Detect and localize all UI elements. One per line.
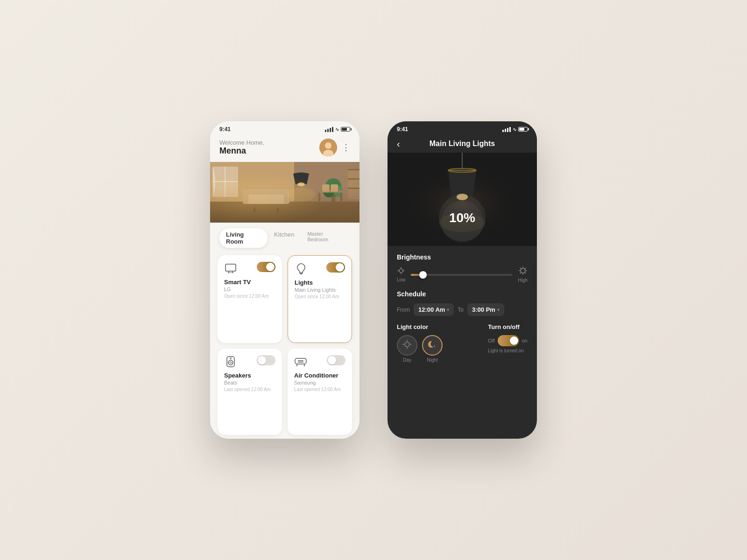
svg-point-42: [230, 357, 232, 359]
back-button[interactable]: ‹: [397, 139, 400, 149]
lights-toggle[interactable]: [326, 262, 345, 273]
to-label: To: [458, 307, 464, 313]
night-label: Night: [427, 357, 437, 363]
more-icon[interactable]: ⋮: [342, 142, 350, 153]
low-brightness-icon: [397, 267, 405, 276]
svg-rect-33: [226, 264, 236, 271]
power-toggle[interactable]: [498, 335, 519, 346]
svg-point-1: [325, 142, 331, 149]
lights-status: Open since 12:00 Am: [295, 294, 345, 299]
high-brightness-icon: [519, 266, 527, 277]
phone-detail: 9:41 ∿ ‹ Main Living Lights: [388, 121, 537, 439]
ac-brand: Samsung: [294, 380, 345, 385]
signal-icon: [325, 127, 333, 132]
status-icons-detail: ∿: [502, 127, 528, 132]
schedule-section: Schedule From 12:00 Am ▾ To 3:00 Pm ▾: [397, 290, 528, 316]
status-bar-detail: 9:41 ∿: [388, 121, 537, 135]
svg-point-67: [399, 269, 403, 273]
home-scroll: Smart TV LG Open since 12:00 Am: [210, 252, 359, 439]
svg-point-41: [230, 362, 232, 364]
lights-name: Lights: [295, 279, 345, 286]
welcome-text: Welcome Home,: [219, 139, 264, 146]
low-label: Low: [397, 277, 405, 282]
brightness-value: 10%: [449, 210, 475, 225]
time-detail: 9:41: [397, 126, 408, 133]
svg-point-81: [405, 342, 409, 347]
from-time-picker[interactable]: 12:00 Am ▾: [414, 303, 454, 316]
speakers-brand: Beats: [224, 380, 275, 385]
color-day[interactable]: Day: [397, 335, 417, 363]
tab-master-bedroom[interactable]: Master Bedroom: [301, 228, 350, 248]
svg-line-78: [525, 273, 526, 273]
night-icon: [428, 340, 437, 351]
signal-detail-icon: [502, 127, 511, 132]
phone-home: 9:41 ∿ Welcome Home, Menna: [210, 121, 359, 439]
turn-on-label: Turn on/off: [488, 323, 528, 330]
smarttv-status: Open since 12:00 Am: [224, 294, 275, 299]
day-label: Day: [403, 357, 411, 363]
device-card-lights[interactable]: Lights Main Living Lights Open since 12:…: [288, 255, 352, 343]
color-night[interactable]: Night: [422, 335, 443, 363]
speakers-status: Last opened 12:00 Am: [224, 387, 275, 392]
smarttv-name: Smart TV: [224, 279, 275, 286]
brightness-slider-row: Low: [397, 266, 528, 283]
day-icon: [402, 339, 412, 352]
off-label: Off: [488, 338, 494, 343]
room-image: [210, 162, 359, 223]
schedule-title: Schedule: [397, 290, 528, 298]
day-btn[interactable]: [397, 335, 417, 356]
battery-icon: [341, 127, 350, 132]
avatar: [319, 139, 337, 156]
to-time-value: 3:00 Pm: [472, 306, 495, 313]
light-color-label: Light color: [397, 323, 443, 330]
smarttv-brand: LG: [224, 287, 275, 292]
device-card-speakers[interactable]: Speakers Beats Last opened 12:00 Am: [218, 349, 282, 435]
from-time-value: 12:00 Am: [418, 306, 445, 313]
svg-line-77: [520, 268, 521, 269]
smarttv-toggle[interactable]: [257, 262, 275, 272]
svg-rect-43: [295, 358, 306, 364]
wifi-detail-icon: ∿: [513, 127, 516, 132]
lights-brand: Main Living Lights: [295, 287, 345, 293]
on-label: on: [522, 338, 528, 343]
detail-title: Main Living Lights: [430, 140, 495, 148]
room-overlay: [210, 162, 359, 223]
schedule-row: From 12:00 Am ▾ To 3:00 Pm ▾: [397, 303, 528, 316]
to-time-picker[interactable]: 3:00 Pm ▾: [467, 303, 504, 316]
device-grid: Smart TV LG Open since 12:00 Am: [210, 252, 359, 439]
speakers-toggle[interactable]: [257, 355, 275, 365]
status-bar-home: 9:41 ∿: [210, 121, 359, 135]
speakers-name: Speakers: [224, 372, 275, 379]
time-home: 9:41: [219, 126, 231, 133]
brightness-title: Brightness: [397, 253, 528, 261]
from-label: From: [397, 307, 410, 313]
turn-on-row: Off on: [488, 335, 528, 346]
smarttv-icon: [224, 262, 237, 275]
lights-icon: [295, 262, 308, 275]
detail-content: Brightness Low: [388, 246, 537, 370]
turn-on-section: Turn on/off Off on Light is turned on: [488, 323, 528, 353]
device-card-ac[interactable]: Air Conditioner Samsung Last opened 12:0…: [288, 349, 352, 435]
header-right: ⋮: [319, 139, 350, 156]
color-options: Day Night: [397, 335, 443, 363]
svg-line-79: [525, 268, 526, 269]
brightness-section: Brightness Low: [397, 253, 528, 283]
lamp-area: 10%: [388, 153, 537, 246]
device-card-smarttv[interactable]: Smart TV LG Open since 12:00 Am: [218, 255, 282, 343]
user-name: Menna: [219, 146, 264, 156]
light-status: Light is turned on: [488, 348, 528, 353]
night-btn[interactable]: [422, 335, 443, 356]
ac-toggle[interactable]: [327, 355, 345, 365]
status-icons-home: ∿: [325, 127, 350, 132]
speakers-icon: [224, 355, 237, 368]
brightness-slider[interactable]: [411, 274, 512, 276]
light-color-section: Light color: [397, 323, 443, 363]
tab-kitchen[interactable]: Kitchen: [268, 228, 301, 248]
room-tabs: Living Room Kitchen Master Bedroom: [210, 223, 359, 252]
tab-living-room[interactable]: Living Room: [219, 228, 268, 248]
svg-line-80: [520, 273, 521, 273]
high-label: High: [518, 278, 528, 283]
svg-point-72: [521, 268, 525, 273]
home-header: Welcome Home, Menna ⋮: [210, 135, 359, 162]
battery-detail-icon: [518, 127, 528, 132]
